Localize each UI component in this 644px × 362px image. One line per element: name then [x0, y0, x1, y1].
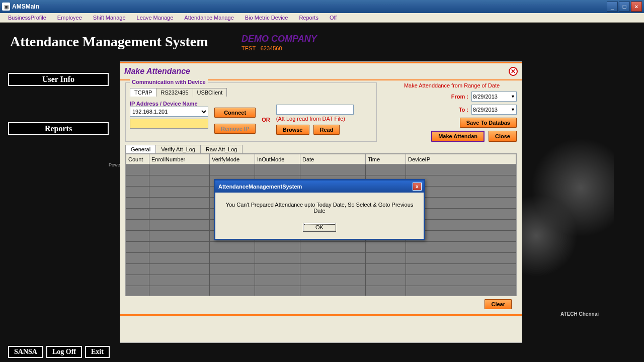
menu-reports[interactable]: Reports	[294, 14, 324, 22]
maximize-button[interactable]: □	[619, 2, 630, 12]
table-row	[126, 253, 516, 264]
read-button[interactable]: Read	[313, 125, 340, 135]
chevron-down-icon: ▼	[511, 94, 515, 99]
col-deviceip[interactable]: DeviceIP	[406, 154, 516, 164]
alert-ok-button[interactable]: OK	[303, 223, 336, 232]
communication-group: Communication with Device TCP/IP RS232/4…	[125, 82, 377, 142]
from-label: From :	[451, 94, 468, 100]
chevron-down-icon: ▼	[511, 107, 515, 112]
remove-ip-button[interactable]: Remove IP	[214, 124, 256, 134]
bottom-exit[interactable]: Exit	[85, 346, 110, 358]
col-date[interactable]: Date	[300, 154, 366, 164]
table-row	[126, 242, 516, 253]
alert-message: You Can't Prepared Attendance upto Today…	[221, 202, 418, 214]
save-to-database-button[interactable]: Save To Databas	[460, 118, 517, 128]
alert-dialog: AttendanceManagementSystem × You Can't P…	[214, 179, 425, 240]
close-button[interactable]: Close	[489, 131, 517, 142]
tab-raw-attlog[interactable]: Raw Att_Log	[200, 145, 243, 153]
bottom-sansa[interactable]: SANSA	[8, 346, 43, 358]
menu-employee[interactable]: Employee	[52, 14, 87, 22]
tab-rs232[interactable]: RS232/485	[156, 88, 193, 97]
clear-button[interactable]: Clear	[485, 299, 512, 309]
menu-shiftmanage[interactable]: Shift Manage	[88, 14, 131, 22]
ip-address-label: IP Address / Device Name	[130, 101, 208, 107]
vendor-label: ATECH Chennai	[560, 311, 599, 317]
sidebar-userinfo[interactable]: User Info	[8, 73, 109, 86]
col-count[interactable]: Count	[126, 154, 149, 164]
make-attendance-button[interactable]: Make Attendan	[431, 131, 485, 142]
menu-bar: BusinessProfile Employee Shift Manage Le…	[0, 13, 644, 23]
to-date-picker[interactable]: 8/29/2013▼	[471, 105, 517, 115]
app-icon: ▣	[2, 3, 10, 11]
to-label: To :	[459, 107, 468, 113]
connect-button[interactable]: Connect	[214, 108, 256, 118]
table-row	[126, 164, 516, 175]
col-time[interactable]: Time	[366, 154, 406, 164]
tab-tcpip[interactable]: TCP/IP	[130, 88, 156, 97]
make-attendance-close-icon[interactable]: ✕	[509, 67, 518, 76]
company-sub: TEST - 6234560	[242, 45, 317, 51]
window-title: AMSMain	[12, 3, 607, 10]
dat-file-input[interactable]	[276, 105, 354, 115]
device-name-input[interactable]	[130, 119, 208, 129]
table-row	[126, 275, 516, 286]
range-title: Make Attenddance from Range of Date	[387, 82, 517, 88]
table-row	[126, 264, 516, 275]
browse-button[interactable]: Browse	[276, 125, 309, 135]
app-title: Attendance Management System	[10, 34, 242, 50]
col-inoutmode[interactable]: InOutMode	[255, 154, 300, 164]
dat-file-label: (Att Log read from DAT File)	[276, 116, 354, 122]
ip-address-select[interactable]: 192.168.1.201	[130, 107, 208, 117]
tab-verify-attlog[interactable]: Verify Att_Log	[155, 145, 201, 153]
col-enrollnumber[interactable]: EnrollNumber	[149, 154, 210, 164]
tab-usbclient[interactable]: USBClient	[193, 88, 227, 97]
menu-leavemanage[interactable]: Leave Manage	[132, 14, 179, 22]
alert-close-icon[interactable]: ×	[413, 183, 422, 191]
communication-legend: Communication with Device	[130, 79, 208, 85]
menu-attendancemanage[interactable]: Attendance Manage	[179, 14, 238, 22]
tab-general[interactable]: General	[125, 145, 156, 153]
menu-biometricdevice[interactable]: Bio Metric Device	[240, 14, 293, 22]
minimize-button[interactable]: _	[607, 2, 618, 12]
make-attendance-title: Make Attendance	[124, 67, 509, 76]
date-range-section: Make Attenddance from Range of Date From…	[377, 82, 517, 142]
table-row	[126, 286, 516, 297]
company-name: DEMO COMPANY	[242, 34, 317, 44]
col-verifymode[interactable]: VerifyMode	[210, 154, 255, 164]
menu-businessprofile[interactable]: BusinessProfile	[3, 14, 51, 22]
from-date-picker[interactable]: 8/29/2013▼	[471, 92, 517, 102]
alert-title: AttendanceManagementSystem	[217, 184, 413, 190]
window-close-button[interactable]: ×	[631, 2, 642, 12]
bottom-logoff[interactable]: Log Off	[46, 346, 82, 358]
sidebar-reports[interactable]: Reports	[8, 122, 109, 135]
or-label: OR	[262, 117, 270, 123]
window-titlebar: ▣ AMSMain _ □ ×	[0, 0, 644, 13]
menu-off[interactable]: Off	[325, 14, 342, 22]
